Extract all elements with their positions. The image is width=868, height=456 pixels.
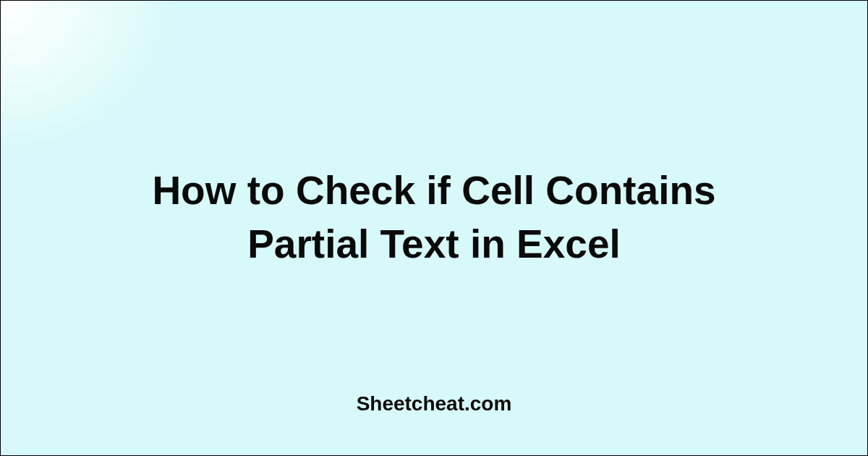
site-name: Sheetcheat.com: [357, 392, 512, 415]
title-card: How to Check if Cell Contains Partial Te…: [0, 0, 868, 456]
page-title: How to Check if Cell Contains Partial Te…: [109, 164, 760, 271]
